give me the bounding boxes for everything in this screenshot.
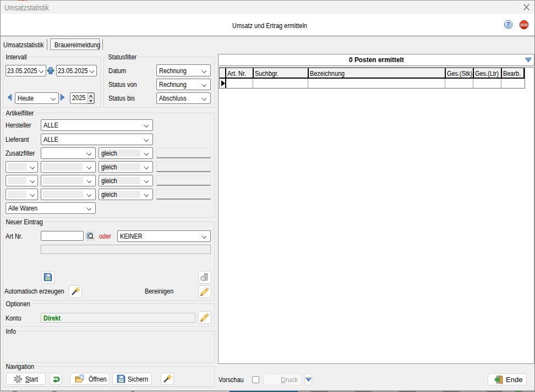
svg-text:SOS: SOS	[520, 23, 528, 27]
svg-text:?: ?	[506, 21, 510, 27]
